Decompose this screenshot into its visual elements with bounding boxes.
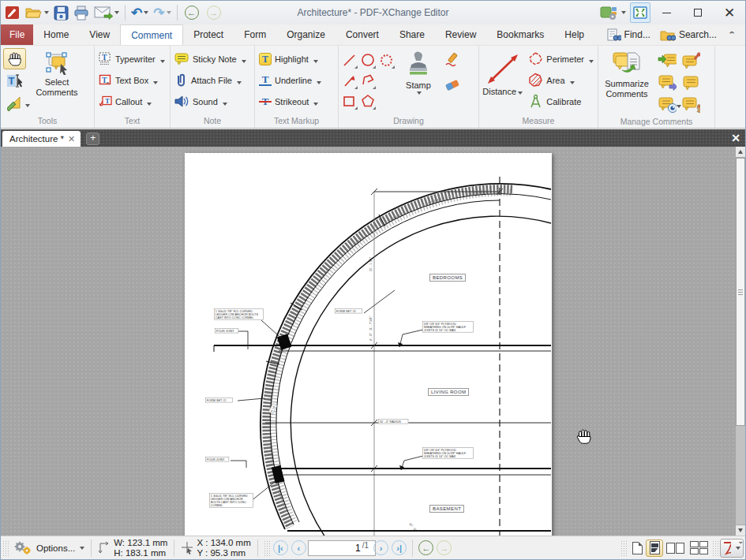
tab-comment[interactable]: Comment <box>120 24 183 45</box>
eraser-button[interactable] <box>440 75 463 95</box>
tab-bookmarks[interactable]: Bookmarks <box>486 24 554 45</box>
export-comments-button[interactable] <box>681 51 700 70</box>
first-page-button[interactable]: |‹ <box>273 540 288 555</box>
vertical-scrollbar[interactable] <box>736 147 745 536</box>
app-window: ↶ ↷ ← → Architecture* - PDF-XChange Edit… <box>0 0 746 560</box>
tab-organize[interactable]: Organize <box>276 24 336 45</box>
attach-file-button[interactable]: Attach File <box>172 69 249 91</box>
strikeout-button[interactable]: T Strikeout <box>257 91 324 112</box>
size-icon <box>98 541 111 555</box>
select-text-tool-button[interactable]: T <box>3 70 26 91</box>
text-box-button[interactable]: T Text Box <box>96 69 167 91</box>
stamp-icon <box>406 51 431 78</box>
tab-help[interactable]: Help <box>554 24 594 45</box>
open-button[interactable] <box>23 2 51 23</box>
scrollbar-thumb[interactable] <box>736 158 745 426</box>
typewriter-button[interactable]: T Typewriter <box>96 48 167 69</box>
callout-button[interactable]: T Callout <box>96 91 167 112</box>
menubar-right: Find... Search... ⌃ <box>604 24 745 45</box>
ellipse-tool-button[interactable] <box>358 51 377 69</box>
collapse-ribbon-icon[interactable]: ⌃ <box>723 30 740 39</box>
summarize-comments-button[interactable]: Summarize Comments <box>600 48 654 116</box>
maximize-button[interactable] <box>682 2 714 24</box>
area-icon <box>528 73 543 88</box>
distance-button[interactable]: Distance <box>481 48 524 115</box>
callout-icon: T <box>99 95 112 108</box>
arrow-tool-button[interactable] <box>340 72 358 90</box>
underline-icon: T <box>259 74 272 86</box>
options-button[interactable]: Options... <box>10 540 87 556</box>
close-document-icon[interactable]: ✕ <box>731 132 740 144</box>
architectural-drawing <box>185 153 552 536</box>
tab-protect[interactable]: Protect <box>183 24 234 45</box>
minimize-button[interactable] <box>650 2 682 24</box>
sticky-note-button[interactable]: Sticky Note <box>172 48 249 69</box>
group-label-tools: Tools <box>1 115 94 128</box>
undo-button[interactable]: ↶ <box>129 2 151 23</box>
tab-form[interactable]: Form <box>234 24 276 45</box>
close-button[interactable]: ✕ <box>714 2 745 24</box>
save-button[interactable] <box>51 2 71 23</box>
polyline-tool-button[interactable] <box>358 72 377 90</box>
tab-file[interactable]: File <box>1 24 33 45</box>
note-pour-joint-top: POUR JOINT <box>215 328 238 333</box>
import-comments-button[interactable] <box>658 51 677 70</box>
history-back-button[interactable]: ← <box>418 540 433 555</box>
print-button[interactable] <box>71 2 92 23</box>
previous-page-button[interactable]: ‹ <box>291 540 306 555</box>
hand-tool-button[interactable] <box>3 48 26 69</box>
ribbon-group-manage-comments: Summarize Comments <box>598 46 715 128</box>
export-to-data-button[interactable] <box>658 73 677 92</box>
pdf-page[interactable]: BEDROOMS LIVING ROOM BASEMENT 1 3/4x11 7… <box>185 153 552 536</box>
collapse-statusbar-icon[interactable]: ⌄ <box>737 537 744 545</box>
group-label-manage-comments: Manage Comments <box>598 116 714 128</box>
polygon-tool-button[interactable] <box>358 92 377 110</box>
scroll-up-icon[interactable] <box>736 147 745 158</box>
summarize-comments-icon <box>613 51 641 77</box>
rectangle-tool-button[interactable] <box>340 92 358 110</box>
document-tab-architecture[interactable]: Architecture * ✕ <box>2 131 81 147</box>
tab-review[interactable]: Review <box>435 24 486 45</box>
tab-convert[interactable]: Convert <box>336 24 389 45</box>
stamp-button[interactable]: Stamp <box>398 48 439 115</box>
measure-tool-button[interactable] <box>3 92 26 114</box>
fullscreen-button[interactable] <box>630 2 650 23</box>
underline-button[interactable]: T Underline <box>257 69 324 91</box>
history-forward-button[interactable]: → <box>437 540 452 555</box>
nav-back-button[interactable]: ← <box>181 2 203 23</box>
group-label-note: Note <box>171 115 254 128</box>
cloud-tool-button[interactable] <box>377 51 395 69</box>
tab-view[interactable]: View <box>79 24 120 45</box>
new-tab-button[interactable]: + <box>86 133 99 145</box>
calibrate-button[interactable]: Calibrate <box>526 91 596 112</box>
area-button[interactable]: Area <box>526 69 596 91</box>
select-comments-button[interactable]: Select Comments <box>28 48 86 115</box>
two-page-view-button[interactable] <box>663 539 687 557</box>
show-hide-comments-button[interactable] <box>658 95 677 114</box>
highlight-button[interactable]: T Highlight <box>257 48 324 69</box>
ribbon-group-drawing: Stamp Drawing <box>339 46 479 128</box>
perimeter-button[interactable]: Perimeter <box>526 48 596 69</box>
grid-view-button[interactable] <box>687 539 710 557</box>
last-page-button[interactable]: ›| <box>392 540 407 555</box>
redo-button[interactable]: ↷ <box>151 2 173 23</box>
search-button[interactable]: Search... <box>657 27 720 43</box>
next-page-button[interactable]: › <box>373 540 388 555</box>
tab-home[interactable]: Home <box>33 24 79 45</box>
scroll-down-icon[interactable] <box>736 525 745 536</box>
show-all-comments-button[interactable] <box>681 73 700 92</box>
line-tool-button[interactable] <box>340 51 358 69</box>
sound-button[interactable]: Sound <box>172 91 249 112</box>
continuous-view-button[interactable] <box>646 539 663 557</box>
single-page-view-button[interactable] <box>628 539 646 557</box>
tab-close-icon[interactable]: ✕ <box>68 134 75 144</box>
find-button[interactable]: Find... <box>604 27 654 43</box>
perimeter-icon <box>528 51 543 66</box>
tab-share[interactable]: Share <box>389 24 435 45</box>
ui-options-icon[interactable] <box>597 2 628 23</box>
pencil-comment-button[interactable] <box>440 50 463 70</box>
dim-wall: R 16' <box>268 403 277 414</box>
email-button[interactable] <box>92 2 122 23</box>
comment-styles-palette-button[interactable] <box>681 95 700 114</box>
nav-forward-button[interactable]: → <box>203 2 225 23</box>
